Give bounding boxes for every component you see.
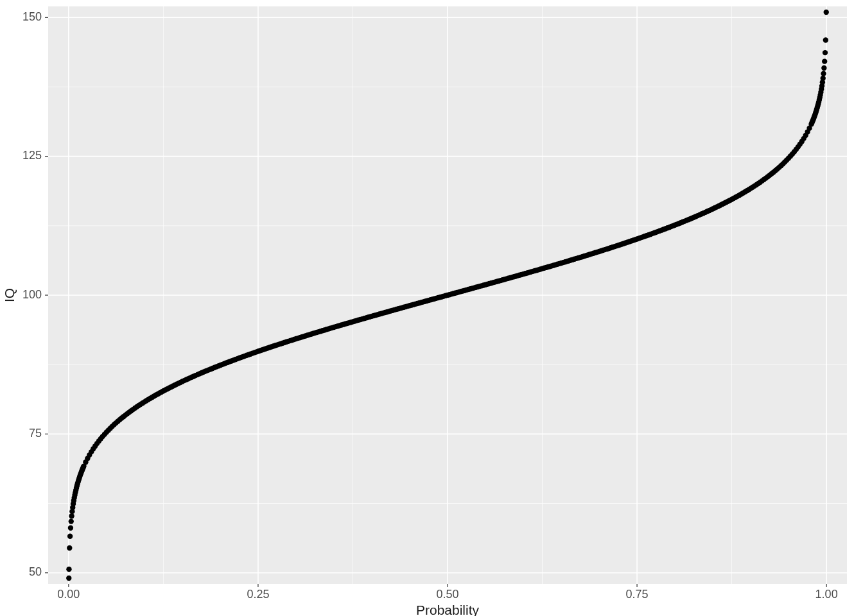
data-point bbox=[823, 50, 828, 55]
data-point bbox=[821, 71, 826, 76]
x-axis-ticks: 0.000.250.500.751.00 bbox=[57, 584, 837, 601]
y-axis-ticks: 5075100125150 bbox=[22, 10, 48, 578]
svg-text:75: 75 bbox=[29, 427, 42, 440]
data-point bbox=[69, 518, 74, 524]
data-point bbox=[67, 545, 72, 551]
data-point bbox=[66, 576, 71, 581]
svg-text:100: 100 bbox=[22, 288, 42, 301]
data-point bbox=[821, 76, 826, 81]
svg-text:1.00: 1.00 bbox=[815, 588, 838, 601]
data-point bbox=[821, 65, 826, 71]
data-point bbox=[822, 58, 827, 64]
chart-container: 0.000.250.500.751.00 5075100125150 Proba… bbox=[0, 0, 863, 616]
data-point bbox=[824, 10, 829, 15]
data-point bbox=[66, 567, 71, 572]
svg-text:50: 50 bbox=[29, 565, 42, 578]
svg-text:125: 125 bbox=[22, 149, 42, 162]
chart-svg: 0.000.250.500.751.00 5075100125150 Proba… bbox=[0, 0, 863, 616]
svg-text:0.00: 0.00 bbox=[57, 588, 80, 601]
svg-text:150: 150 bbox=[22, 10, 42, 23]
svg-text:0.75: 0.75 bbox=[626, 588, 649, 601]
svg-text:0.50: 0.50 bbox=[436, 588, 458, 601]
svg-text:0.25: 0.25 bbox=[247, 588, 269, 601]
x-axis-title: Probability bbox=[416, 603, 480, 616]
data-point bbox=[67, 534, 73, 539]
y-axis-title: IQ bbox=[2, 288, 17, 302]
data-point bbox=[823, 37, 828, 42]
data-point bbox=[69, 513, 74, 518]
data-point bbox=[68, 526, 73, 531]
